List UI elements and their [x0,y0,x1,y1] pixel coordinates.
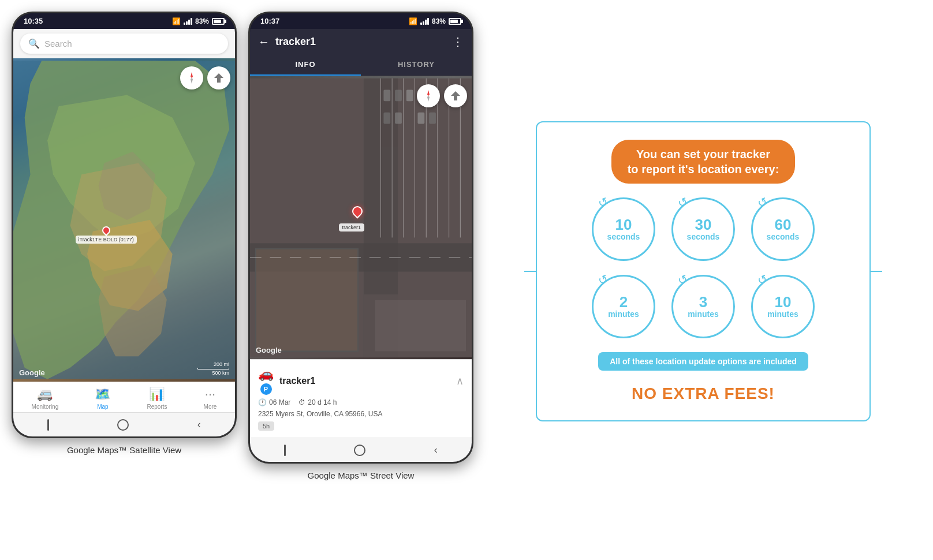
timer-icon: ⏱ [298,398,305,406]
svg-rect-24 [406,89,413,101]
tracker-duration: 20 d 14 h [308,398,337,406]
circle-10min: ↺ 10 minutes [751,275,815,338]
arrow-icon-4: ↺ [596,272,610,288]
nav-more-label: More [204,404,217,410]
svg-marker-34 [427,90,430,96]
map-marker-satellite: iTrack1TE BOLD (0177) [76,226,137,244]
chevron-up-icon[interactable]: ∧ [456,375,464,387]
monitoring-icon: 🚐 [37,387,53,402]
circle-3-unit: minutes [688,309,719,319]
svg-rect-23 [395,89,402,101]
circle-10sec: ↺ 10 seconds [592,197,655,261]
arrow-icon-1: ↺ [596,195,610,211]
parking-map-bg [250,76,472,359]
phone2-shell: 10:37 📶 83% ← tracker1 ⋮ [248,12,473,464]
tracker-date: 06 Mar [269,398,290,406]
three-dots-menu[interactable]: ⋮ [452,35,464,48]
circle-3min: ↺ 3 minutes [671,275,735,338]
phone2-status-bar: 10:37 📶 83% [250,13,472,29]
signal-bars-2 [420,18,429,25]
circle-30-unit: seconds [687,232,720,242]
no-fee-text: All of these location update options are… [610,357,797,366]
clock-icon: 🕐 [258,398,267,406]
battery-label: 83% [195,17,209,25]
phone1-status-right: 📶 83% [172,17,225,25]
parking-lines-svg [250,76,472,359]
tracker-address: 2325 Myers St, Oroville, CA 95966, USA [258,410,464,418]
map-icon: 🗺️ [95,387,110,402]
phone1-status-bar: 10:35 📶 83% [13,13,235,29]
phone1-time: 10:35 [24,17,43,25]
phone2-system-nav: ‹ [250,438,472,462]
meta-duration: ⏱ 20 d 14 h [298,398,337,406]
title-text: You can set your tracker to report it's … [628,147,779,177]
nav-map[interactable]: 🗺️ Map [95,387,110,410]
circles-row-2: ↺ 2 minutes ↺ 3 minutes ↺ 10 minutes [592,275,815,338]
arrow-icon-5: ↺ [676,272,689,288]
compass-icon[interactable] [180,66,203,89]
back-arrow[interactable]: ← [258,35,270,48]
svg-marker-8 [191,78,193,84]
tab-history[interactable]: HISTORY [361,54,472,76]
circle-3-number: 3 [699,294,707,309]
meta-date: 🕐 06 Mar [258,398,290,406]
circle-2-number: 2 [619,294,628,309]
tracker-header: ← tracker1 ⋮ [250,29,472,54]
tracker-title: tracker1 [275,36,446,48]
title-pill: You can set your tracker to report it's … [611,140,796,184]
circles-row-1: ↺ 10 seconds ↺ 30 seconds ↺ 60 seconds [592,197,815,261]
arrow-icon-2: ↺ [676,195,689,211]
battery-icon [212,18,225,25]
title-line1: You can set your tracker [636,148,770,160]
google-watermark-1: Google [19,368,45,377]
right-panel: You can set your tracker to report it's … [485,12,921,531]
circle-10m-number: 10 [775,294,792,309]
marker-label: iTrack1TE BOLD (0177) [76,236,137,244]
parking-map[interactable]: tracker1 Google [250,76,472,359]
compass-svg [185,71,199,85]
tracker-meta: 🕐 06 Mar ⏱ 20 d 14 h [258,398,464,406]
circle-2-unit: minutes [608,309,639,319]
recents-gesture: ‹ [197,419,201,431]
svg-rect-22 [383,89,390,101]
nav-more[interactable]: ··· More [204,387,217,410]
compass-svg-2 [421,89,435,103]
search-icon: 🔍 [28,38,40,49]
share-svg [213,72,225,84]
more-icon: ··· [205,387,215,402]
scale-500km: 500 km [212,370,229,376]
svg-rect-27 [383,113,390,124]
phone1-caption: Google Maps™ Satellite View [67,445,181,455]
phone1-bottom-nav: 🚐 Monitoring 🗺️ Map 📊 Reports ··· More [13,382,235,412]
title-line2: to report it's location every: [628,163,779,176]
compass-icon-2[interactable] [417,84,440,107]
search-bar[interactable]: 🔍 Search [20,33,228,54]
tracker-name: tracker1 [279,376,315,386]
phone2-status-right: 📶 83% [409,17,461,25]
direction-icon[interactable] [207,66,230,89]
back-gesture [47,419,49,431]
google-watermark-2: Google [256,346,282,354]
circle-60-unit: seconds [767,232,800,242]
circle-60sec: ↺ 60 seconds [751,197,815,261]
tracker-map-label: tracker1 [339,223,365,232]
tab-info[interactable]: INFO [250,54,361,76]
phone2-caption: Google Maps™ Street View [308,471,415,480]
continent-svg [13,58,235,382]
svg-marker-35 [427,96,430,102]
tracker-info-left: 🚗 P tracker1 [258,367,315,395]
nav-reports-label: Reports [147,404,167,410]
nav-reports[interactable]: 📊 Reports [147,387,167,410]
circle-2min: ↺ 2 minutes [592,275,655,338]
scale-line [197,368,229,369]
parking-badge: P [260,383,272,395]
nav-monitoring[interactable]: 🚐 Monitoring [32,387,59,410]
wifi-icon: 📶 [172,17,181,25]
phone1-shell: 10:35 📶 83% 🔍 Search [12,12,237,438]
arrow-icon-3: ↺ [755,195,769,211]
svg-rect-30 [429,113,436,124]
share-icon-2[interactable] [444,84,467,107]
satellite-map[interactable]: iTrack1TE BOLD (0177) Google 200 mi 500 … [13,58,235,382]
signal-bars [184,18,192,25]
tracker-info-panel: 🚗 P tracker1 ∧ 🕐 06 Mar ⏱ 20 d 14 h [250,359,472,438]
